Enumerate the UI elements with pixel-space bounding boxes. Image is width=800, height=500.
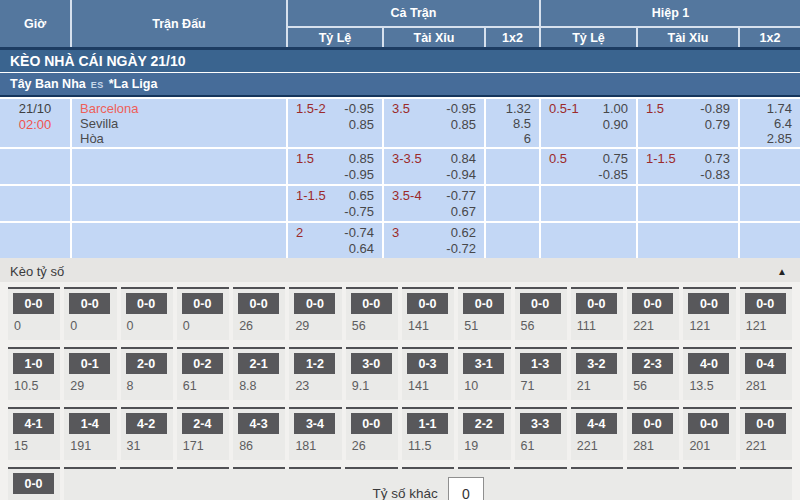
odds-values: 0.65-0.75 bbox=[344, 188, 374, 220]
handicap-odds-cell[interactable]: 0.50.75-0.85 bbox=[541, 149, 636, 184]
handicap-odds-cell[interactable]: 1.50.85-0.95 bbox=[288, 149, 382, 184]
odds-values: -0.740.64 bbox=[344, 225, 374, 257]
match-date: 21/10 bbox=[19, 101, 52, 117]
score-button[interactable]: 0-0 bbox=[351, 413, 392, 434]
match-cell bbox=[72, 223, 286, 258]
score-button[interactable]: 2-3 bbox=[632, 353, 673, 374]
handicap-odds-cell[interactable]: 30.62-0.72 bbox=[384, 223, 484, 258]
score-button[interactable]: 0-0 bbox=[745, 413, 786, 434]
score-button[interactable]: 0-2 bbox=[182, 353, 223, 374]
score-button[interactable]: 2-2 bbox=[463, 413, 504, 434]
other-score-label: Tỷ số khác bbox=[373, 486, 438, 500]
score-value: 61 bbox=[520, 439, 562, 453]
score-button[interactable]: 0-3 bbox=[407, 353, 448, 374]
score-button[interactable]: 0-0 bbox=[632, 413, 673, 434]
odds-values: 0.85-0.95 bbox=[344, 151, 374, 183]
score-button[interactable]: 0-0 bbox=[576, 293, 617, 314]
score-button[interactable]: 1-0 bbox=[13, 353, 54, 374]
score-button[interactable]: 3-4 bbox=[294, 413, 335, 434]
score-value: 23 bbox=[294, 379, 336, 393]
odds-values: 0.84-0.94 bbox=[446, 151, 476, 183]
collapse-arrow-icon[interactable]: ▲ bbox=[777, 266, 787, 277]
score-button[interactable]: 0-0 bbox=[745, 293, 786, 314]
score-button[interactable]: 3-3 bbox=[520, 413, 561, 434]
score-button[interactable]: 0-4 bbox=[745, 353, 786, 374]
handicap-odds-cell[interactable]: 3-3.50.84-0.94 bbox=[384, 149, 484, 184]
handicap-line: 3 bbox=[392, 225, 399, 257]
score-value: 11.5 bbox=[407, 439, 449, 453]
score-row: 0-000-000-000-000-0260-0290-0560-01410-0… bbox=[8, 287, 792, 340]
handicap-odds-cell[interactable]: 1.5-0.890.79 bbox=[638, 99, 738, 147]
match-time: 02:00 bbox=[19, 117, 52, 133]
match-cell: BarcelonaSevillaHòa bbox=[72, 99, 286, 147]
score-card: 2-4171 bbox=[177, 407, 229, 460]
col-header-time: Giờ bbox=[0, 0, 70, 47]
score-button[interactable]: 4-0 bbox=[688, 353, 729, 374]
score-button[interactable]: 4-3 bbox=[238, 413, 279, 434]
score-button[interactable]: 3-1 bbox=[463, 353, 504, 374]
score-value: 221 bbox=[745, 439, 787, 453]
1x2-odds-cell[interactable]: 1.328.56 bbox=[486, 99, 539, 147]
handicap-odds-cell[interactable]: 0.5-11.000.90 bbox=[541, 99, 636, 147]
score-button[interactable]: 0-0 bbox=[632, 293, 673, 314]
handicap-odds-cell[interactable]: 1-1.50.65-0.75 bbox=[288, 186, 382, 221]
score-value: 86 bbox=[238, 439, 280, 453]
score-value: 0 bbox=[126, 319, 168, 333]
score-button[interactable]: 0-1 bbox=[69, 353, 110, 374]
score-card: 0-3141 bbox=[402, 347, 454, 400]
col-header-h1-1x2: 1x2 bbox=[740, 28, 800, 47]
score-button[interactable]: 4-1 bbox=[13, 413, 54, 434]
score-button[interactable]: 0-0 bbox=[688, 413, 729, 434]
1x2-odds-cell[interactable]: 1.746.42.85 bbox=[740, 99, 800, 147]
handicap-odds-cell[interactable]: 3.5-0.950.85 bbox=[384, 99, 484, 147]
score-card: 0-00 bbox=[121, 287, 173, 340]
score-row: 4-1151-41914-2312-41714-3863-41810-0261-… bbox=[8, 407, 792, 460]
score-button[interactable]: 1-2 bbox=[294, 353, 335, 374]
time-cell bbox=[0, 223, 70, 258]
score-card: 0-029 bbox=[289, 287, 341, 340]
score-button[interactable]: 0-0 bbox=[126, 293, 167, 314]
score-button[interactable]: 0-0 bbox=[688, 293, 729, 314]
score-button[interactable]: 0-0 bbox=[13, 293, 54, 314]
score-button[interactable]: 0-0 bbox=[463, 293, 504, 314]
score-button[interactable]: 0-0 bbox=[294, 293, 335, 314]
handicap-odds-cell[interactable]: 2-0.740.64 bbox=[288, 223, 382, 258]
other-score-input[interactable] bbox=[448, 477, 484, 500]
score-button[interactable]: 3-2 bbox=[576, 353, 617, 374]
col-header-ft-overunder: Tài Xỉu bbox=[384, 28, 484, 47]
score-button[interactable]: 0-0 bbox=[351, 293, 392, 314]
score-button[interactable]: 0-0 bbox=[520, 293, 561, 314]
score-button[interactable]: 0-0 bbox=[69, 293, 110, 314]
score-button[interactable]: 2-4 bbox=[182, 413, 223, 434]
handicap-odds-cell[interactable]: 3.5-4-0.770.67 bbox=[384, 186, 484, 221]
score-button[interactable]: 0-0 bbox=[182, 293, 223, 314]
score-card: 3-110 bbox=[458, 347, 510, 400]
score-card: 0-0111 bbox=[571, 287, 623, 340]
score-card: 2-219 bbox=[458, 407, 510, 460]
handicap-odds-cell[interactable]: 1.5-2-0.950.85 bbox=[288, 99, 382, 147]
handicap-odds-cell[interactable]: 1-1.50.73-0.83 bbox=[638, 149, 738, 184]
col-header-match: Trận Đấu bbox=[72, 0, 286, 47]
score-button[interactable]: 1-4 bbox=[69, 413, 110, 434]
handicap-line: 3.5-4 bbox=[392, 188, 422, 220]
score-value: 221 bbox=[576, 439, 618, 453]
score-button[interactable]: 0-0 bbox=[13, 473, 54, 494]
score-button[interactable]: 2-0 bbox=[126, 353, 167, 374]
score-button[interactable]: 0-0 bbox=[407, 293, 448, 314]
col-header-ft-1x2: 1x2 bbox=[486, 28, 539, 47]
score-button[interactable]: 1-3 bbox=[520, 353, 561, 374]
handicap-line: 1-1.5 bbox=[646, 151, 676, 183]
league-bar[interactable]: Tây Ban Nha ES *La Liga bbox=[0, 72, 800, 95]
score-button[interactable]: 2-1 bbox=[238, 353, 279, 374]
score-button[interactable]: 3-0 bbox=[351, 353, 392, 374]
score-card: 0-0201 bbox=[683, 407, 735, 460]
score-button[interactable]: 4-2 bbox=[126, 413, 167, 434]
score-card: 4-386 bbox=[233, 407, 285, 460]
score-value: 181 bbox=[294, 439, 336, 453]
score-card: 2-18.8 bbox=[233, 347, 285, 400]
score-button[interactable]: 4-4 bbox=[576, 413, 617, 434]
score-section-header[interactable]: Kèo tỷ số ▲ bbox=[0, 260, 800, 282]
score-card: 0-026 bbox=[346, 407, 398, 460]
score-button[interactable]: 1-1 bbox=[407, 413, 448, 434]
score-button[interactable]: 0-0 bbox=[238, 293, 279, 314]
